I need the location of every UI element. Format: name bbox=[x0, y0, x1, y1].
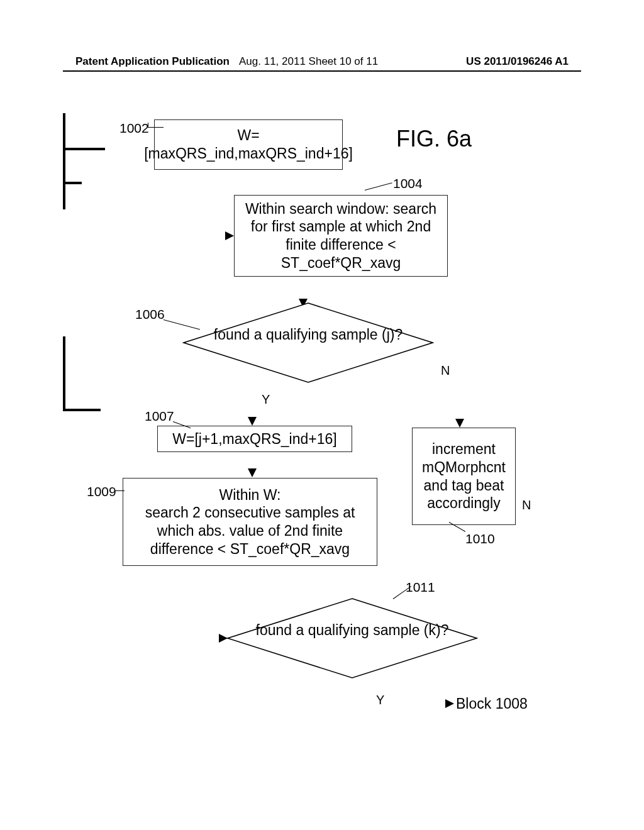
page-header: Patent Application Publication Aug. 11, … bbox=[0, 55, 644, 68]
conn-1004-1006 bbox=[63, 184, 65, 209]
conn-1006-n-v bbox=[63, 251, 64, 317]
arrow-into-1007 bbox=[248, 417, 257, 426]
conn-1007-1009 bbox=[63, 317, 64, 336]
arrow-into-1009 bbox=[248, 468, 257, 477]
conn-1006-y-h bbox=[63, 228, 89, 230]
flowchart-canvas: FIG. 6a W=[maxQRS_ind,maxQRS_ind+16] 100… bbox=[63, 113, 581, 773]
conn-1011-n-h2 bbox=[63, 636, 133, 637]
leader-1002 bbox=[148, 127, 164, 128]
arrow-into-1010 bbox=[455, 419, 464, 428]
header-rule bbox=[63, 70, 581, 72]
leader-1009 bbox=[115, 490, 125, 491]
figure-title: FIG. 6a bbox=[396, 126, 472, 152]
header-left: Patent Application Publication bbox=[75, 55, 230, 67]
box-1004: Within search window: search for first s… bbox=[234, 195, 448, 277]
arrow-to-1008 bbox=[445, 699, 454, 708]
arrow-into-1004 bbox=[225, 231, 234, 240]
ref-1009: 1009 bbox=[87, 484, 116, 499]
ref-1004: 1004 bbox=[393, 176, 423, 191]
box-1007: W=[j+1,maxQRS_ind+16] bbox=[157, 426, 352, 452]
diamond-1011: found a qualifying sample (k)? bbox=[226, 597, 478, 679]
conn-1006-y-v1 bbox=[63, 209, 64, 228]
label-y-1006: Y bbox=[262, 392, 270, 407]
label-y-1011: Y bbox=[376, 693, 384, 707]
ref-1002: 1002 bbox=[119, 121, 149, 136]
leader-1004 bbox=[365, 182, 392, 191]
label-n-1006: N bbox=[441, 363, 450, 378]
diamond-1011-text: found a qualifying sample (k)? bbox=[226, 621, 478, 639]
conn-1002-1004-v2 bbox=[63, 150, 65, 182]
conn-1002-1004-v bbox=[63, 113, 65, 148]
ref-1010: 1010 bbox=[465, 531, 495, 546]
diamond-1006: found a qualifying sample (j)? bbox=[182, 302, 434, 384]
block-1008-label: Block 1008 bbox=[456, 695, 528, 712]
leader-1002-tick bbox=[148, 123, 148, 128]
conn-1011-n-v bbox=[63, 412, 64, 636]
conn-1011-y-v bbox=[63, 637, 64, 662]
box-1002: W=[maxQRS_ind,maxQRS_ind+16] bbox=[154, 119, 343, 170]
conn-1006-n-h bbox=[63, 250, 97, 251]
conn-1002-1004-h2 bbox=[63, 182, 82, 184]
diamond-1006-text: found a qualifying sample (j)? bbox=[182, 326, 434, 344]
box-1010: increment mQMorphcnt and tag beat accord… bbox=[412, 428, 516, 525]
label-n-1011: N bbox=[522, 498, 531, 512]
conn-1011-y-h bbox=[63, 662, 157, 663]
conn-1011-n-h1 bbox=[63, 411, 132, 412]
ref-1007: 1007 bbox=[145, 409, 174, 424]
conn-1006-y-v2 bbox=[63, 230, 64, 250]
conn-1009-1011-v bbox=[63, 336, 65, 409]
header-mid: Aug. 11, 2011 Sheet 10 of 11 bbox=[239, 55, 378, 68]
box-1009: Within W: search 2 consecutive samples a… bbox=[123, 478, 377, 566]
conn-1002-1004-h1 bbox=[63, 148, 105, 150]
header-right: US 2011/0196246 A1 bbox=[466, 55, 569, 68]
ref-1006: 1006 bbox=[135, 307, 165, 322]
